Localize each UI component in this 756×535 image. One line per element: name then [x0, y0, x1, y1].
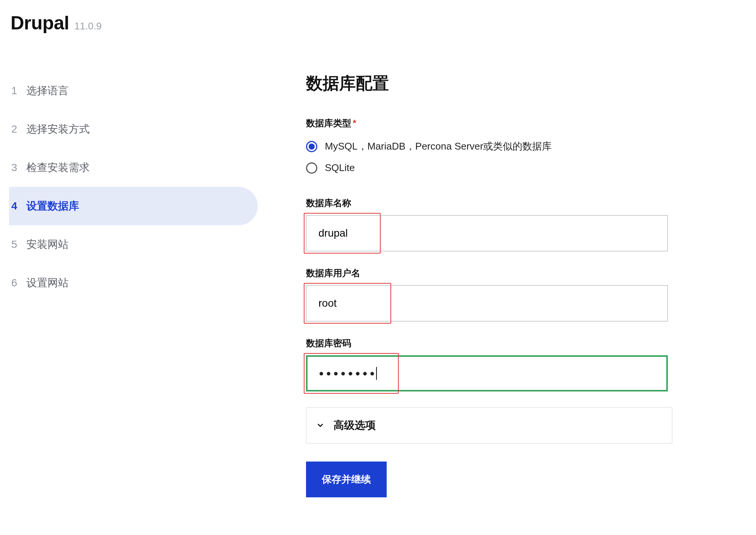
step-label: 选择语言: [26, 84, 69, 98]
radio-icon: [306, 141, 317, 152]
db-pass-input[interactable]: ●●●●●●●●: [306, 355, 668, 391]
db-user-input[interactable]: [306, 285, 668, 321]
db-user-field: 数据库用户名: [306, 267, 672, 321]
radio-icon: [306, 162, 317, 174]
radio-label: SQLite: [325, 162, 355, 174]
brand: Drupal 11.0.9: [9, 12, 265, 34]
step-number: 6: [11, 277, 26, 289]
brand-name: Drupal: [11, 12, 69, 34]
db-type-radio-group: MySQL，MariaDB，Percona Server或类似的数据库 SQLi…: [306, 135, 672, 178]
db-name-field: 数据库名称: [306, 197, 672, 251]
radio-label: MySQL，MariaDB，Percona Server或类似的数据库: [325, 140, 552, 153]
install-steps: 1 选择语言 2 选择安装方式 3 检查安装需求 4 设置数据库 5 安装网站 …: [9, 72, 265, 302]
step-configure-site: 6 设置网站: [9, 264, 265, 302]
advanced-options-label: 高级选项: [334, 418, 376, 433]
db-type-label-text: 数据库类型: [306, 118, 351, 128]
db-type-option-mysql[interactable]: MySQL，MariaDB，Percona Server或类似的数据库: [306, 135, 672, 157]
step-verify-requirements: 3 检查安装需求: [9, 148, 265, 187]
save-continue-button[interactable]: 保存并继续: [306, 462, 387, 497]
password-masked-value: ●●●●●●●●: [319, 368, 377, 378]
brand-version: 11.0.9: [74, 20, 101, 32]
db-type-label: 数据库类型*: [306, 117, 672, 129]
install-sidebar: Drupal 11.0.9 1 选择语言 2 选择安装方式 3 检查安装需求 4…: [9, 12, 265, 497]
page-title: 数据库配置: [306, 72, 672, 95]
db-name-label: 数据库名称: [306, 197, 672, 209]
step-number: 4: [11, 200, 26, 212]
step-install-site: 5 安装网站: [9, 225, 265, 264]
step-label: 选择安装方式: [26, 122, 90, 136]
step-label: 设置网站: [26, 276, 69, 290]
step-number: 1: [11, 85, 26, 97]
db-pass-field: 数据库密码 ●●●●●●●●: [306, 337, 672, 391]
db-type-field: 数据库类型* MySQL，MariaDB，Percona Server或类似的数…: [306, 117, 672, 178]
db-pass-label: 数据库密码: [306, 337, 672, 349]
step-label: 检查安装需求: [26, 160, 90, 175]
db-name-input[interactable]: [306, 215, 668, 251]
step-label: 安装网站: [26, 237, 69, 252]
main-content: 数据库配置 数据库类型* MySQL，MariaDB，Percona Serve…: [265, 12, 672, 497]
step-number: 3: [11, 162, 26, 174]
db-type-option-sqlite[interactable]: SQLite: [306, 157, 672, 178]
step-choose-profile: 2 选择安装方式: [9, 110, 265, 148]
chevron-down-icon: [316, 421, 324, 430]
step-label: 设置数据库: [26, 199, 79, 213]
step-choose-language: 1 选择语言: [9, 72, 265, 110]
advanced-options-toggle[interactable]: 高级选项: [306, 407, 672, 443]
step-number: 2: [11, 123, 26, 135]
db-user-label: 数据库用户名: [306, 267, 672, 279]
step-number: 5: [11, 238, 26, 251]
step-setup-database: 4 设置数据库: [9, 187, 258, 225]
required-marker: *: [353, 118, 356, 128]
text-caret: [376, 367, 377, 380]
